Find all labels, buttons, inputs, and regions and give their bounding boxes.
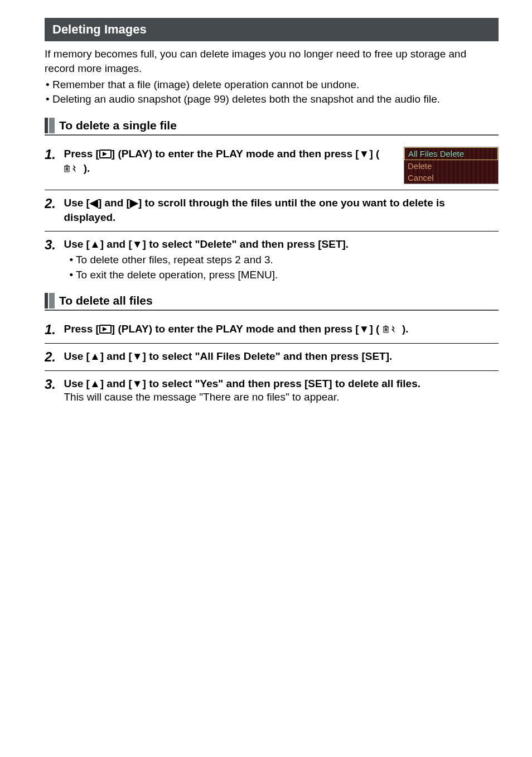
step-2: 2. Use [◀] and [▶] to scroll through the… [45,190,499,232]
accent-icon [49,118,55,133]
section-heading: Deleting Images [45,18,499,41]
text-segment: ] (PLAY) to enter the PLAY mode and then… [112,323,359,335]
svg-marker-15 [391,325,395,333]
menu-item: Cancel [404,172,498,184]
list-item-text: To exit the delete operation, press [MEN… [76,269,278,281]
step-text: Use [▲] and [▼] to select "Yes" and then… [64,378,420,389]
text-segment: Press [ [64,148,99,160]
text-segment: Use [ [64,350,89,362]
accent-icon [45,293,48,308]
text-segment: Use [ [64,378,89,389]
list-item: • To exit the delete operation, press [M… [69,268,495,283]
list-item-text: Remember that a file (image) delete oper… [52,79,359,90]
step-text: Use [◀] and [▶] to scroll through the fi… [64,197,444,224]
step-number: 2. [45,349,61,365]
subheading-label: To delete a single file [59,118,177,133]
step-3: 3. Use [▲] and [▼] to select "Delete" an… [45,232,499,288]
step-number: 3. [45,377,61,392]
accent-icon [45,118,48,133]
up-arrow-icon: ▲ [90,238,100,250]
down-arrow-icon: ▼ [132,350,143,362]
down-arrow-icon: ▼ [132,378,143,389]
step-number: 1. [45,322,61,337]
subheading-single: To delete a single file [45,118,499,136]
list-item: • Deleting an audio snapshot (page 99) d… [46,92,499,107]
text-segment: ] ( [369,148,379,160]
trash-flash-icon [383,324,399,334]
text-segment: ] to select "All Files Delete" and then … [143,350,393,362]
svg-marker-8 [103,327,107,331]
list-item: • To delete other files, repeat steps 2 … [69,253,495,268]
step-1: 1. Press [] (PLAY) to enter the PLAY mod… [45,316,499,344]
steps-all: 1. Press [] (PLAY) to enter the PLAY mod… [45,316,499,409]
text-segment: ] and [ [100,378,132,389]
accent-icon [49,293,55,308]
manual-page: Deleting Images If memory becomes full, … [0,0,532,725]
down-arrow-icon: ▼ [359,148,370,160]
top-notes-list: • Remember that a file (image) delete op… [45,78,499,106]
up-arrow-icon: ▲ [90,378,100,389]
text-segment: ] to select "Yes" and then press [SET] t… [143,378,420,389]
step-text: Use [▲] and [▼] to select "Delete" and t… [64,238,349,250]
list-item: • Remember that a file (image) delete op… [46,78,499,92]
step-number: 3. [45,237,61,253]
text-segment: ] to select "Delete" and then press [SET… [143,238,349,250]
step-2: 2. Use [▲] and [▼] to select "All Files … [45,344,499,371]
step-text: Press [] (PLAY) to enter the PLAY mode a… [64,323,408,335]
menu-item: All Files Delete [404,147,498,160]
up-arrow-icon: ▲ [90,350,100,362]
down-arrow-icon: ▼ [132,238,143,250]
text-segment: ). [80,162,90,174]
step-subnotes: • To delete other files, repeat steps 2 … [69,253,495,282]
step-text: Use [▲] and [▼] to select "All Files Del… [64,350,392,362]
right-arrow-icon: ▶ [130,197,138,209]
step-1: All Files Delete Delete Cancel 1. Press … [45,141,499,190]
subheading-label: To delete all files [59,293,153,308]
text-segment: Press [ [64,323,99,335]
step-text: Press [] (PLAY) to enter the PLAY mode a… [64,148,379,175]
text-segment: ] and [ [100,350,132,362]
step-subtext: This will cause the message "There are n… [64,391,495,403]
text-segment: ] (PLAY) to enter the PLAY mode and then… [112,148,359,160]
text-segment: Use [ [64,197,89,209]
svg-marker-0 [103,152,107,156]
intro-paragraph: If memory becomes full, you can delete i… [45,47,499,75]
svg-marker-7 [72,165,76,172]
menu-item: Delete [404,160,498,172]
screenshot-menu: All Files Delete Delete Cancel [404,147,499,184]
text-segment: ] ( [369,323,382,335]
trash-flash-icon [64,163,80,173]
text-segment: ] and [ [98,197,130,209]
steps-single: All Files Delete Delete Cancel 1. Press … [45,141,499,288]
step-number: 1. [45,147,61,162]
text-segment: ). [399,323,409,335]
text-segment: Use [ [64,238,89,250]
list-item-text: To delete other files, repeat steps 2 an… [76,254,273,266]
text-segment: ] and [ [100,238,132,250]
subheading-all: To delete all files [45,293,499,311]
play-icon [99,150,112,158]
left-arrow-icon: ◀ [90,197,98,209]
step-3: 3. Use [▲] and [▼] to select "Yes" and t… [45,371,499,409]
list-item-text: Deleting an audio snapshot (page 99) del… [52,93,440,105]
step-number: 2. [45,196,61,211]
down-arrow-icon: ▼ [359,323,370,335]
play-icon [99,325,112,334]
